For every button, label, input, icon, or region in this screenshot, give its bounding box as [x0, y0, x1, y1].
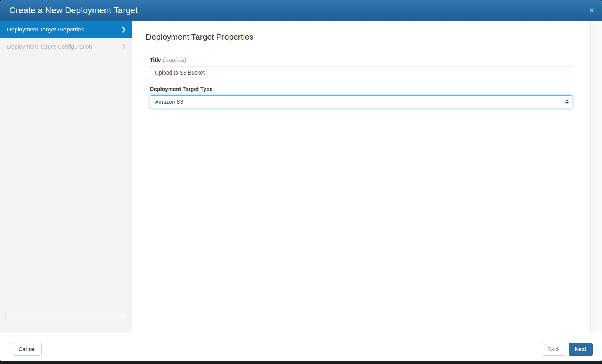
required-note: (required)	[162, 57, 186, 63]
next-button[interactable]: Next	[569, 343, 593, 356]
modal-footer: Cancel Back Next	[0, 333, 602, 361]
close-icon[interactable]: ✕	[589, 7, 595, 14]
title-input[interactable]	[150, 66, 572, 79]
chevron-right-icon: ❯	[122, 27, 126, 32]
sidebar-item-label: Deployment Target Properties	[7, 26, 84, 33]
sidebar-item-deployment-target-properties[interactable]: Deployment Target Properties ❯	[0, 21, 132, 38]
cancel-button[interactable]: Cancel	[13, 343, 42, 356]
window-scrollbar-track[interactable]	[596, 21, 602, 333]
sidebar-item-deployment-target-configuration[interactable]: Deployment Target Configuration ❯	[0, 38, 132, 55]
modal-header: Create a New Deployment Target ✕	[0, 0, 602, 21]
create-deployment-target-modal: Create a New Deployment Target ✕ Deploym…	[0, 0, 602, 361]
main-scrollbar-track[interactable]	[590, 21, 596, 333]
title-label-text: Title	[150, 57, 161, 63]
title-field-group: Title (required)	[150, 57, 572, 79]
wizard-step-sidebar: Deployment Target Properties ❯ Deploymen…	[0, 21, 132, 333]
page-title: Deployment Target Properties	[146, 32, 572, 42]
chevron-right-icon: ❯	[122, 44, 126, 49]
sidebar-item-label: Deployment Target Configuration	[7, 43, 92, 50]
main-panel: Deployment Target Properties Title (requ…	[132, 21, 602, 333]
type-field-group: Deployment Target Type Amazon S3	[150, 86, 572, 108]
modal-body: Deployment Target Properties ❯ Deploymen…	[0, 21, 602, 333]
sidebar-empty-placeholder-box	[5, 313, 127, 320]
deployment-target-form: Title (required) Deployment Target Type …	[146, 57, 572, 108]
back-button[interactable]: Back	[542, 343, 565, 356]
deployment-target-type-label: Deployment Target Type	[150, 86, 572, 92]
type-select-wrap: Amazon S3	[150, 95, 572, 108]
deployment-target-type-select[interactable]: Amazon S3	[150, 95, 572, 108]
title-label: Title (required)	[150, 57, 572, 63]
modal-title: Create a New Deployment Target	[9, 5, 138, 16]
